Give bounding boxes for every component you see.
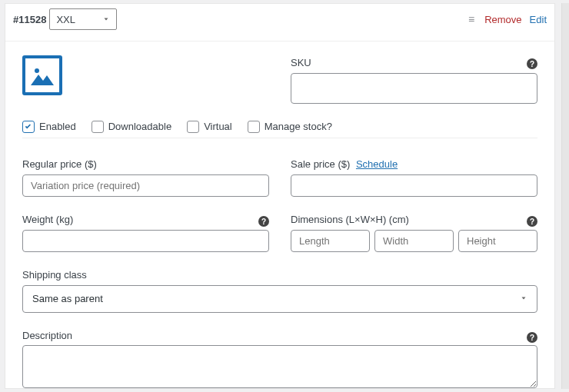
help-icon[interactable]: ?	[527, 332, 537, 343]
regular-price-label: Regular price ($)	[22, 158, 269, 171]
svg-point-0	[35, 68, 39, 73]
check-icon	[248, 121, 260, 133]
weight-label: Weight (kg)	[22, 214, 73, 227]
attribute-select[interactable]: XXL	[49, 8, 117, 30]
help-icon[interactable]: ?	[258, 216, 269, 227]
sku-input[interactable]	[291, 73, 537, 104]
weight-input[interactable]	[22, 230, 269, 252]
toggle-row: Enabled Downloadable Virtual Manage stoc…	[22, 121, 537, 138]
help-icon[interactable]: ?	[527, 216, 537, 227]
height-input[interactable]	[458, 230, 537, 252]
regular-price-input[interactable]	[22, 174, 269, 197]
shipping-class-select[interactable]: Same as parent	[22, 285, 537, 313]
description-textarea[interactable]	[22, 345, 537, 388]
menu-icon[interactable]: ≡	[468, 13, 475, 25]
schedule-link[interactable]: Schedule	[356, 158, 398, 170]
check-icon	[22, 121, 35, 133]
checkbox-label: Enabled	[39, 121, 76, 132]
scrollbar-track[interactable]	[561, 3, 569, 389]
checkbox-label: Manage stock?	[265, 121, 332, 132]
downloadable-checkbox[interactable]: Downloadable	[92, 121, 171, 133]
check-icon	[92, 121, 104, 133]
virtual-checkbox[interactable]: Virtual	[187, 121, 232, 133]
checkbox-label: Downloadable	[108, 121, 171, 132]
sale-price-label: Sale price ($) Schedule	[291, 158, 537, 171]
image-placeholder-icon[interactable]	[22, 55, 62, 95]
width-input[interactable]	[374, 230, 454, 252]
sku-label: SKU	[291, 57, 311, 70]
chevron-down-icon	[102, 14, 110, 25]
attribute-value: XXL	[56, 14, 75, 25]
variation-header: #11528 XXL ≡ Remove Edit	[5, 4, 554, 42]
manage-stock-checkbox[interactable]: Manage stock?	[248, 121, 332, 133]
chevron-down-icon	[520, 293, 527, 304]
check-icon	[187, 121, 199, 133]
edit-link[interactable]: Edit	[530, 14, 547, 25]
checkbox-label: Virtual	[204, 121, 232, 132]
remove-link[interactable]: Remove	[484, 14, 521, 25]
dimensions-label: Dimensions (L×W×H) (cm)	[291, 214, 409, 227]
description-label: Description	[22, 330, 72, 343]
sale-price-input[interactable]	[291, 174, 537, 197]
shipping-class-value: Same as parent	[32, 293, 103, 304]
length-input[interactable]	[291, 230, 370, 252]
variation-id: #11528	[13, 14, 46, 25]
help-icon[interactable]: ?	[527, 58, 537, 69]
shipping-class-label: Shipping class	[22, 269, 537, 282]
enabled-checkbox[interactable]: Enabled	[22, 121, 76, 133]
